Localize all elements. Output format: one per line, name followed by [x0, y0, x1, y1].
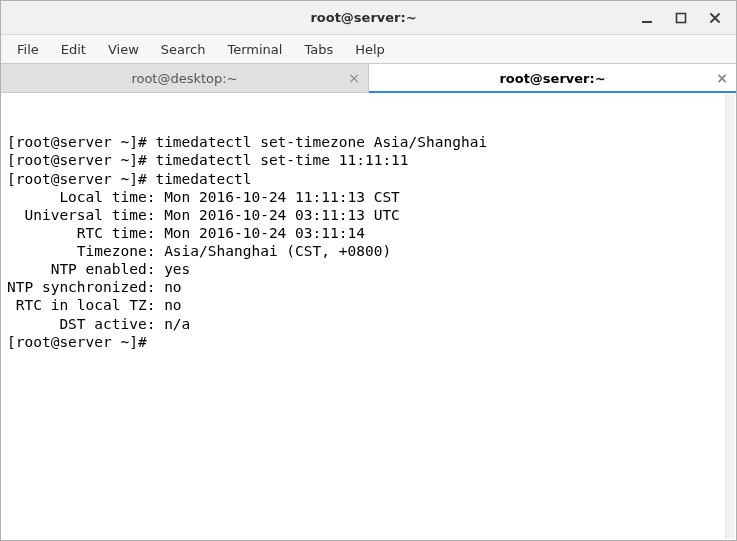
terminal-line: [root@server ~]# timedatectl set-timezon…	[7, 133, 730, 151]
titlebar: root@server:~	[1, 1, 736, 35]
menubar: File Edit View Search Terminal Tabs Help	[1, 35, 736, 63]
minimize-button[interactable]	[634, 5, 660, 31]
terminal-output: [root@server ~]# timedatectl set-timezon…	[7, 133, 730, 351]
terminal-window: root@server:~ File Edit View Search Term…	[0, 0, 737, 541]
menu-file[interactable]: File	[7, 38, 49, 61]
terminal-line: [root@server ~]# timedatectl set-time 11…	[7, 151, 730, 169]
svg-rect-1	[677, 13, 686, 22]
terminal-line: DST active: n/a	[7, 315, 730, 333]
menu-terminal[interactable]: Terminal	[217, 38, 292, 61]
terminal-line: NTP synchronized: no	[7, 278, 730, 296]
maximize-button[interactable]	[668, 5, 694, 31]
close-icon[interactable]: ×	[348, 70, 360, 86]
svg-rect-0	[642, 21, 652, 23]
terminal-line: Universal time: Mon 2016-10-24 03:11:13 …	[7, 206, 730, 224]
terminal-line: RTC time: Mon 2016-10-24 03:11:14	[7, 224, 730, 242]
tab-label: root@desktop:~	[1, 71, 368, 86]
tab-label: root@server:~	[369, 71, 736, 86]
tab-server[interactable]: root@server:~ ×	[369, 64, 736, 92]
menu-tabs[interactable]: Tabs	[294, 38, 343, 61]
terminal-line: Timezone: Asia/Shanghai (CST, +0800)	[7, 242, 730, 260]
terminal-line: [root@server ~]#	[7, 333, 730, 351]
scrollbar[interactable]	[725, 94, 735, 539]
terminal-line: RTC in local TZ: no	[7, 296, 730, 314]
terminal-line: Local time: Mon 2016-10-24 11:11:13 CST	[7, 188, 730, 206]
tabbar: root@desktop:~ × root@server:~ ×	[1, 63, 736, 93]
terminal-line: [root@server ~]# timedatectl	[7, 170, 730, 188]
tab-desktop[interactable]: root@desktop:~ ×	[1, 64, 369, 92]
close-button[interactable]	[702, 5, 728, 31]
menu-search[interactable]: Search	[151, 38, 216, 61]
menu-view[interactable]: View	[98, 38, 149, 61]
menu-edit[interactable]: Edit	[51, 38, 96, 61]
window-title: root@server:~	[101, 10, 626, 25]
terminal-viewport[interactable]: [root@server ~]# timedatectl set-timezon…	[1, 93, 736, 540]
terminal-line: NTP enabled: yes	[7, 260, 730, 278]
menu-help[interactable]: Help	[345, 38, 395, 61]
close-icon[interactable]: ×	[716, 70, 728, 86]
